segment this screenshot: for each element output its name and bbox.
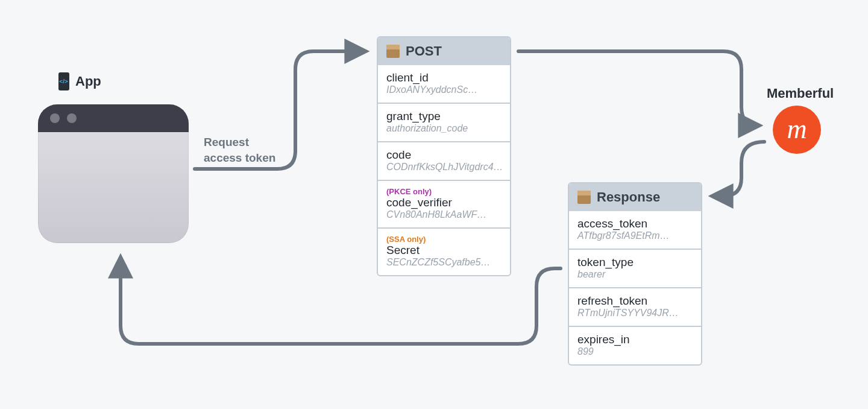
response-fields: access_token ATfbgr87sfA9EtRm… token_typ…: [569, 211, 701, 364]
post-fields: client_id IDxoANYxyddcnSc… grant_type au…: [378, 65, 510, 275]
field-access-token: access_token ATfbgr87sfA9EtRm…: [569, 211, 701, 249]
post-card: POST client_id IDxoANYxyddcnSc… grant_ty…: [377, 36, 511, 276]
response-card-header: Response: [569, 183, 701, 211]
response-card: Response access_token ATfbgr87sfA9EtRm… …: [568, 182, 702, 366]
package-icon: [577, 191, 591, 204]
memberful-logo: m: [773, 106, 821, 154]
field-refresh-token: refresh_token RTmUjniTSYYV94JR…: [569, 287, 701, 326]
field-code: code CODnrfKksQLhJVitgdrc4…: [378, 141, 510, 180]
field-expires-in: expires_in 899: [569, 326, 701, 364]
field-secret: (SSA only) Secret SECnZCZf5SCyafbe5…: [378, 227, 510, 275]
window-dot: [67, 113, 77, 123]
app-label: App: [58, 72, 101, 90]
field-token-type: token_type bearer: [569, 249, 701, 287]
field-code-verifier: (PKCE only) code_verifier CVn80AnH8LkAaW…: [378, 180, 510, 227]
package-icon: [386, 45, 400, 58]
window-dot: [50, 113, 60, 123]
app-window: [38, 104, 189, 243]
response-title: Response: [597, 189, 660, 205]
app-window-titlebar: [38, 104, 189, 132]
app-label-text: App: [75, 74, 101, 89]
post-card-header: POST: [378, 37, 510, 65]
post-title: POST: [406, 43, 442, 59]
phone-icon: [58, 72, 69, 90]
field-grant-type: grant_type authorization_code: [378, 103, 510, 141]
memberful-label: Memberful: [767, 86, 834, 101]
field-client-id: client_id IDxoANYxyddcnSc…: [378, 65, 510, 103]
request-access-token-label: Request access token: [204, 135, 275, 165]
